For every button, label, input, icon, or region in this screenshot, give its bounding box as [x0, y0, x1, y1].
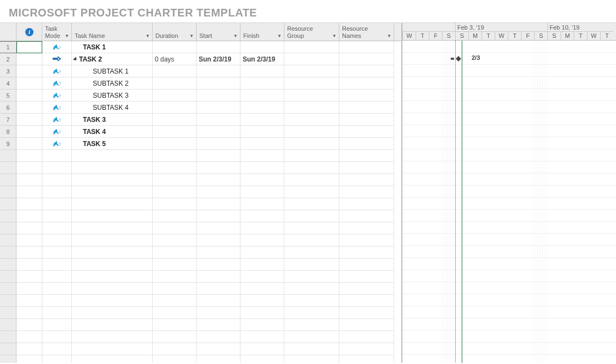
- duration-cell[interactable]: [153, 138, 197, 150]
- start-cell[interactable]: [197, 114, 240, 126]
- start-cell[interactable]: [197, 355, 240, 363]
- taskname-cell[interactable]: SUBTASK 2: [72, 77, 153, 89]
- rownum-cell[interactable]: [0, 222, 16, 234]
- resourcegroup-cell[interactable]: [284, 283, 339, 295]
- rownum-cell[interactable]: 4: [0, 77, 16, 89]
- resourcenames-cell[interactable]: [339, 319, 394, 331]
- taskname-cell[interactable]: [72, 331, 153, 343]
- mode-cell[interactable]: [42, 210, 72, 222]
- taskname-cell[interactable]: [72, 162, 153, 174]
- rownum-cell[interactable]: [0, 210, 16, 222]
- duration-cell[interactable]: [153, 259, 197, 271]
- resourcenames-cell[interactable]: [339, 53, 394, 65]
- info-cell[interactable]: [16, 150, 42, 162]
- finish-cell[interactable]: [240, 210, 284, 222]
- resourcegroup-cell[interactable]: [284, 247, 339, 259]
- mode-cell[interactable]: ?: [42, 138, 72, 150]
- resourcenames-cell[interactable]: [339, 271, 394, 283]
- mode-cell[interactable]: [42, 283, 72, 295]
- resourcenames-cell[interactable]: [339, 150, 394, 162]
- start-cell[interactable]: [197, 150, 240, 162]
- table-row[interactable]: [0, 222, 401, 234]
- table-row[interactable]: [0, 331, 401, 343]
- rownum-cell[interactable]: [0, 198, 16, 210]
- gantt-row[interactable]: [402, 89, 616, 101]
- table-row[interactable]: [0, 162, 401, 174]
- mode-cell[interactable]: [42, 53, 72, 65]
- gantt-row[interactable]: [402, 318, 616, 331]
- chevron-down-icon[interactable]: ▼: [332, 33, 337, 40]
- duration-cell[interactable]: [153, 295, 197, 307]
- duration-cell[interactable]: [153, 234, 197, 247]
- resourcegroup-cell[interactable]: [284, 307, 339, 319]
- rownum-cell[interactable]: 7: [0, 114, 16, 126]
- finish-cell[interactable]: [240, 186, 284, 198]
- finish-cell[interactable]: [240, 307, 284, 319]
- resourcenames-cell[interactable]: [339, 343, 394, 355]
- rownum-cell[interactable]: [0, 319, 16, 331]
- finish-cell[interactable]: [240, 126, 284, 138]
- resourcenames-cell[interactable]: [339, 234, 394, 247]
- duration-cell[interactable]: [153, 162, 197, 174]
- rownum-cell[interactable]: [0, 162, 16, 174]
- rownum-header[interactable]: [0, 23, 16, 41]
- start-cell[interactable]: [197, 307, 240, 319]
- resourcegroup-column-header[interactable]: Resource Group ▼: [284, 23, 339, 41]
- info-cell[interactable]: [16, 307, 42, 319]
- finish-cell[interactable]: [240, 114, 284, 126]
- rownum-cell[interactable]: [0, 283, 16, 295]
- mode-cell[interactable]: [42, 162, 72, 174]
- duration-column-header[interactable]: Duration ▼: [153, 23, 197, 41]
- finish-column-header[interactable]: Finish ▼: [240, 23, 284, 41]
- info-cell[interactable]: [16, 53, 42, 65]
- duration-cell[interactable]: [153, 331, 197, 343]
- mode-cell[interactable]: [42, 234, 72, 247]
- gantt-row[interactable]: [402, 101, 616, 113]
- rownum-cell[interactable]: [0, 150, 16, 162]
- resourcegroup-cell[interactable]: [284, 331, 339, 343]
- rownum-cell[interactable]: [0, 259, 16, 271]
- finish-cell[interactable]: Sun 2/3/19: [240, 53, 284, 65]
- mode-cell[interactable]: [42, 150, 72, 162]
- resourcenames-cell[interactable]: [339, 41, 394, 53]
- finish-cell[interactable]: [240, 77, 284, 89]
- gantt-row[interactable]: [402, 186, 616, 198]
- table-row[interactable]: [0, 186, 401, 198]
- resourcenames-cell[interactable]: [339, 210, 394, 222]
- resourcegroup-cell[interactable]: [284, 77, 339, 89]
- mode-cell[interactable]: [42, 307, 72, 319]
- start-cell[interactable]: [197, 271, 240, 283]
- finish-cell[interactable]: [240, 271, 284, 283]
- mode-cell[interactable]: [42, 186, 72, 198]
- duration-cell[interactable]: [153, 343, 197, 355]
- resourcegroup-cell[interactable]: [284, 259, 339, 271]
- start-cell[interactable]: [197, 198, 240, 210]
- resourcegroup-cell[interactable]: [284, 65, 339, 77]
- resourcegroup-cell[interactable]: [284, 150, 339, 162]
- finish-cell[interactable]: [240, 247, 284, 259]
- info-cell[interactable]: [16, 210, 42, 222]
- start-cell[interactable]: [197, 162, 240, 174]
- resourcenames-cell[interactable]: [339, 331, 394, 343]
- table-row[interactable]: [0, 271, 401, 283]
- rownum-cell[interactable]: [0, 174, 16, 186]
- finish-cell[interactable]: [240, 198, 284, 210]
- mode-cell[interactable]: ?: [42, 126, 72, 138]
- table-row[interactable]: [0, 283, 401, 295]
- finish-cell[interactable]: [240, 41, 284, 53]
- finish-cell[interactable]: [240, 259, 284, 271]
- info-cell[interactable]: [16, 174, 42, 186]
- duration-cell[interactable]: [153, 174, 197, 186]
- resourcenames-cell[interactable]: [339, 259, 394, 271]
- rownum-cell[interactable]: [0, 355, 16, 363]
- info-cell[interactable]: [16, 138, 42, 150]
- resourcegroup-cell[interactable]: [284, 355, 339, 363]
- gantt-row[interactable]: [402, 113, 616, 125]
- duration-cell[interactable]: [153, 247, 197, 259]
- gantt-row[interactable]: [402, 198, 616, 210]
- info-cell[interactable]: [16, 295, 42, 307]
- resourcenames-cell[interactable]: [339, 198, 394, 210]
- table-row[interactable]: [0, 150, 401, 162]
- info-cell[interactable]: [16, 283, 42, 295]
- start-cell[interactable]: [197, 126, 240, 138]
